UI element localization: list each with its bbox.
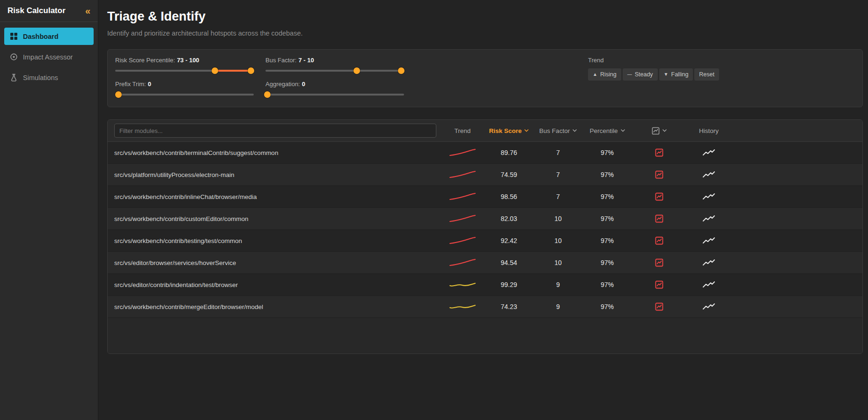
sidebar-item-dashboard[interactable]: Dashboard: [4, 28, 94, 45]
module-path: src/vs/platform/utilityProcess/electron-…: [108, 171, 441, 178]
sidebar-item-simulations[interactable]: Simulations: [4, 69, 94, 86]
sidebar-header: Risk Calculator «: [0, 0, 98, 22]
trend-sparkline-icon: [449, 170, 476, 179]
trend-cell: [441, 148, 484, 157]
trend-sparkline-icon: [449, 192, 476, 201]
trend-filter-rising-button[interactable]: ▲Rising: [588, 68, 621, 81]
table-row[interactable]: src/vs/workbench/contrib/mergeEditor/bro…: [108, 296, 862, 318]
table-body: src/vs/workbench/contrib/terminalContrib…: [108, 142, 862, 318]
history-sparkline-icon[interactable]: [703, 237, 715, 244]
prefix-trim-slider[interactable]: [115, 94, 254, 96]
aggregation-slider[interactable]: [265, 94, 404, 96]
trend-filter-button-label: Steady: [635, 71, 653, 78]
risk-percentile-slider[interactable]: [115, 70, 254, 72]
table-row[interactable]: src/vs/workbench/contrib/customEditor/co…: [108, 208, 862, 230]
percentile-value: 97%: [582, 171, 632, 178]
chart-cell: [632, 302, 686, 311]
chart-detail-icon[interactable]: [655, 302, 663, 311]
chart-detail-icon[interactable]: [655, 170, 663, 179]
trend-sparkline-icon: [449, 258, 476, 267]
column-header-percentile[interactable]: Percentile: [582, 127, 632, 134]
history-sparkline-icon[interactable]: [703, 149, 715, 156]
table-row[interactable]: src/vs/workbench/contrib/terminalContrib…: [108, 142, 862, 164]
history-sparkline-icon[interactable]: [703, 193, 715, 200]
percentile-value: 97%: [582, 149, 632, 156]
app-title: Risk Calculator: [7, 6, 66, 15]
risk-percentile-min-handle[interactable]: [212, 67, 218, 74]
history-cell: [686, 281, 731, 288]
history-cell: [686, 215, 731, 222]
percentile-value: 97%: [582, 259, 632, 266]
risk-score-value: 89.76: [484, 149, 534, 156]
bus-factor-value: 10: [534, 237, 582, 244]
chart-detail-icon[interactable]: [655, 236, 663, 245]
chart-detail-icon[interactable]: [655, 258, 663, 267]
history-sparkline-icon[interactable]: [703, 215, 715, 222]
risk-score-value: 98.56: [484, 193, 534, 200]
chevron-down-icon: [524, 129, 529, 132]
table-row[interactable]: src/vs/workbench/contrib/testing/test/co…: [108, 230, 862, 252]
trend-sparkline-icon: [449, 280, 476, 289]
collapse-sidebar-icon[interactable]: «: [85, 6, 90, 15]
column-header-bus-factor[interactable]: Bus Factor: [534, 127, 582, 134]
trend-filter-falling-button[interactable]: ▼Falling: [659, 68, 693, 81]
risk-percentile-max-handle[interactable]: [248, 67, 254, 74]
target-icon: [10, 53, 18, 61]
flask-icon: [10, 74, 18, 81]
bus-factor-slider-block: Bus Factor:7 - 10: [265, 57, 404, 72]
module-path: src/vs/workbench/contrib/mergeEditor/bro…: [108, 303, 441, 310]
module-path: src/vs/editor/browser/services/hoverServ…: [108, 259, 441, 266]
sidebar: Risk Calculator « Dashboard Impact Asses…: [0, 0, 98, 420]
chevron-down-icon: [662, 129, 667, 132]
trend-cell: [441, 302, 484, 311]
chart-detail-icon[interactable]: [655, 148, 663, 157]
chart-column-icon: [652, 127, 660, 135]
history-sparkline-icon[interactable]: [703, 281, 715, 288]
history-sparkline-icon[interactable]: [703, 259, 715, 266]
trend-filter-button-label: Rising: [600, 71, 617, 78]
chart-detail-icon[interactable]: [655, 192, 663, 201]
trend-cell: [441, 170, 484, 179]
history-sparkline-icon[interactable]: [703, 303, 715, 310]
trend-filter-group: Trend ▲Rising—Steady▼FallingReset: [588, 57, 719, 81]
history-sparkline-icon[interactable]: [703, 171, 715, 178]
trend-filter-reset-button[interactable]: Reset: [694, 68, 719, 81]
chart-cell: [632, 236, 686, 245]
bus-factor-min-handle[interactable]: [353, 67, 360, 74]
chart-cell: [632, 214, 686, 223]
prefix-trim-value: 0: [148, 81, 151, 88]
sidebar-item-impact-assessor[interactable]: Impact Assessor: [4, 48, 94, 66]
bus-factor-max-handle[interactable]: [398, 67, 405, 74]
filters-panel: Risk Score Percentile:73 - 100 Bus Facto…: [107, 49, 863, 107]
trend-filter-button-label: Reset: [699, 71, 714, 78]
percentile-value: 97%: [582, 237, 632, 244]
page-title: Triage & Identify: [107, 9, 863, 24]
chart-cell: [632, 280, 686, 289]
risk-percentile-slider-block: Risk Score Percentile:73 - 100: [115, 57, 254, 72]
risk-score-value: 94.54: [484, 259, 534, 266]
filter-modules-input[interactable]: [114, 124, 436, 138]
table-row[interactable]: src/vs/editor/contrib/indentation/test/b…: [108, 274, 862, 296]
aggregation-handle[interactable]: [264, 91, 271, 98]
chart-cell: [632, 192, 686, 201]
bus-factor-slider[interactable]: [265, 70, 404, 72]
risk-score-value: 74.59: [484, 171, 534, 178]
sidebar-item-label: Dashboard: [23, 33, 59, 40]
prefix-trim-handle[interactable]: [115, 91, 122, 98]
main-content: Triage & Identify Identify and prioritiz…: [98, 0, 868, 420]
table-row[interactable]: src/vs/editor/browser/services/hoverServ…: [108, 252, 862, 274]
column-header-chart[interactable]: [632, 127, 686, 135]
chart-detail-icon[interactable]: [655, 214, 663, 223]
bus-factor-value: 10: [534, 215, 582, 222]
aggregation-slider-block: Aggregation:0: [265, 81, 404, 96]
table-row[interactable]: src/vs/platform/utilityProcess/electron-…: [108, 164, 862, 186]
history-cell: [686, 237, 731, 244]
history-cell: [686, 193, 731, 200]
chart-detail-icon[interactable]: [655, 280, 663, 289]
column-header-risk-score[interactable]: Risk Score: [484, 127, 534, 134]
column-header-trend: Trend: [441, 127, 484, 134]
chart-cell: [632, 148, 686, 157]
table-row[interactable]: src/vs/workbench/contrib/inlineChat/brow…: [108, 186, 862, 208]
module-path: src/vs/workbench/contrib/customEditor/co…: [108, 215, 441, 222]
trend-filter-steady-button[interactable]: —Steady: [623, 68, 658, 81]
